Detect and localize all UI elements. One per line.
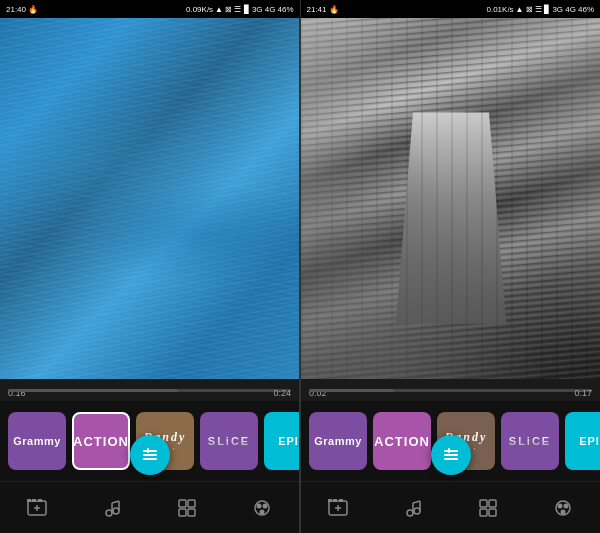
add-clip-icon-left bbox=[26, 497, 48, 519]
svg-rect-23 bbox=[444, 450, 458, 452]
filter-strip-left: Grammy ACTION Dandy · · · SLiCE EPIC bbox=[0, 401, 299, 481]
svg-rect-8 bbox=[32, 499, 36, 502]
filter-action-right[interactable]: ACTION bbox=[373, 412, 431, 470]
toolbar-add-clip-right[interactable] bbox=[322, 492, 354, 524]
video-left[interactable] bbox=[0, 18, 299, 379]
toolbar-music-left[interactable] bbox=[96, 492, 128, 524]
svg-point-11 bbox=[113, 508, 119, 514]
svg-rect-25 bbox=[444, 458, 458, 460]
timeline-bar-right[interactable] bbox=[309, 389, 592, 392]
toolbar-effects-left[interactable] bbox=[171, 492, 203, 524]
toolbar-color-right[interactable] bbox=[547, 492, 579, 524]
svg-rect-41 bbox=[489, 509, 496, 516]
filter-grammy-right[interactable]: Grammy bbox=[309, 412, 367, 470]
color-icon-right bbox=[553, 498, 573, 518]
timeline-end-right: 0:17 bbox=[574, 388, 592, 398]
filter-slice-right[interactable]: SLiCE bbox=[501, 412, 559, 470]
timeline-right: 0:02 0:17 bbox=[301, 379, 600, 401]
svg-point-20 bbox=[256, 503, 261, 508]
speed-left: 0.09K/s bbox=[186, 5, 213, 14]
svg-rect-30 bbox=[328, 499, 332, 502]
svg-point-33 bbox=[407, 510, 413, 516]
flame-icon: 🔥 bbox=[28, 5, 38, 14]
svg-rect-7 bbox=[27, 499, 31, 502]
fire-icon-right: 🔥 bbox=[329, 5, 339, 14]
fab-button-right[interactable] bbox=[431, 435, 471, 475]
bottom-toolbar-left bbox=[0, 481, 299, 533]
svg-point-43 bbox=[557, 503, 562, 508]
battery-right: 46% bbox=[578, 5, 594, 14]
fab-icon-right bbox=[441, 445, 461, 465]
shards bbox=[301, 18, 600, 379]
filter-epic-left[interactable]: EPIC bbox=[264, 412, 299, 470]
svg-point-44 bbox=[563, 503, 568, 508]
toolbar-effects-right[interactable] bbox=[472, 492, 504, 524]
svg-rect-3 bbox=[147, 448, 149, 453]
filter-grammy-left[interactable]: Grammy bbox=[8, 412, 66, 470]
svg-rect-17 bbox=[179, 509, 186, 516]
video-right[interactable] bbox=[301, 18, 600, 379]
music-icon-left bbox=[102, 498, 122, 518]
fab-right[interactable] bbox=[431, 435, 471, 475]
timeline-left: 0:16 0:24 bbox=[0, 379, 299, 401]
svg-rect-0 bbox=[143, 450, 157, 452]
filter-grammy-label-right: Grammy bbox=[314, 435, 362, 447]
filter-action-left[interactable]: ACTION bbox=[72, 412, 130, 470]
fab-button-left[interactable] bbox=[130, 435, 170, 475]
signal-icons-left: ▲ ⊠ ☰ ▊ 3G 4G bbox=[215, 5, 275, 14]
signal-icons-right: ▲ ⊠ ☰ ▊ 3G 4G bbox=[516, 5, 576, 14]
status-bars: 21:40 🔥 0.09K/s ▲ ⊠ ☰ ▊ 3G 4G 46% 21:41 … bbox=[0, 0, 600, 18]
timeline-bar-left[interactable] bbox=[8, 389, 291, 392]
timeline-progress-left bbox=[8, 389, 178, 392]
svg-rect-2 bbox=[143, 458, 157, 460]
toolbar-color-left[interactable] bbox=[246, 492, 278, 524]
main-content: 0:16 0:24 Grammy ACTION Dandy · · · SLiC… bbox=[0, 18, 600, 533]
filter-slice-left[interactable]: SLiCE bbox=[200, 412, 258, 470]
toolbar-music-right[interactable] bbox=[397, 492, 429, 524]
speed-right: 0.01K/s bbox=[486, 5, 513, 14]
svg-rect-39 bbox=[489, 500, 496, 507]
svg-point-22 bbox=[259, 509, 264, 514]
svg-rect-38 bbox=[480, 500, 487, 507]
filter-action-label-left: ACTION bbox=[73, 434, 129, 449]
svg-point-34 bbox=[414, 508, 420, 514]
svg-line-36 bbox=[413, 501, 420, 503]
svg-rect-16 bbox=[188, 500, 195, 507]
bottom-toolbar-right bbox=[301, 481, 600, 533]
panel-left: 0:16 0:24 Grammy ACTION Dandy · · · SLiC… bbox=[0, 18, 299, 533]
status-bar-right: 21:41 🔥 0.01K/s ▲ ⊠ ☰ ▊ 3G 4G 46% bbox=[300, 0, 601, 18]
color-icon-left bbox=[252, 498, 272, 518]
filter-slice-text-left: SLiCE bbox=[208, 435, 250, 447]
svg-rect-32 bbox=[339, 499, 343, 502]
panel-right: 0:02 0:17 Grammy ACTION Dandy · · · SLiC… bbox=[301, 18, 600, 533]
add-clip-icon-right bbox=[327, 497, 349, 519]
fab-icon-left bbox=[140, 445, 160, 465]
svg-rect-40 bbox=[480, 509, 487, 516]
filter-action-label-right: ACTION bbox=[374, 434, 430, 449]
music-icon-right bbox=[403, 498, 423, 518]
filter-epic-text-left: EPIC bbox=[278, 435, 299, 447]
filter-grammy-label-left: Grammy bbox=[13, 435, 61, 447]
svg-rect-1 bbox=[143, 454, 157, 456]
svg-point-45 bbox=[560, 509, 565, 514]
svg-point-21 bbox=[262, 503, 267, 508]
timeline-progress-right bbox=[309, 389, 394, 392]
fab-left[interactable] bbox=[130, 435, 170, 475]
status-left-info: 21:40 🔥 bbox=[6, 5, 38, 14]
status-right-details: 0.01K/s ▲ ⊠ ☰ ▊ 3G 4G 46% bbox=[486, 5, 594, 14]
effects-icon-left bbox=[177, 498, 197, 518]
battery-left: 46% bbox=[277, 5, 293, 14]
filter-epic-right[interactable]: EPIC bbox=[565, 412, 600, 470]
svg-rect-15 bbox=[179, 500, 186, 507]
effects-icon-right bbox=[478, 498, 498, 518]
svg-rect-24 bbox=[444, 454, 458, 456]
toolbar-add-clip-left[interactable] bbox=[21, 492, 53, 524]
svg-rect-18 bbox=[188, 509, 195, 516]
filter-strip-right: Grammy ACTION Dandy · · · SLiCE EPIC bbox=[301, 401, 600, 481]
svg-rect-31 bbox=[333, 499, 337, 502]
svg-point-10 bbox=[106, 510, 112, 516]
status-right-time: 21:41 🔥 bbox=[307, 5, 339, 14]
svg-rect-26 bbox=[448, 448, 450, 453]
time-left: 21:40 bbox=[6, 5, 26, 14]
status-bar-left: 21:40 🔥 0.09K/s ▲ ⊠ ☰ ▊ 3G 4G 46% bbox=[0, 0, 300, 18]
